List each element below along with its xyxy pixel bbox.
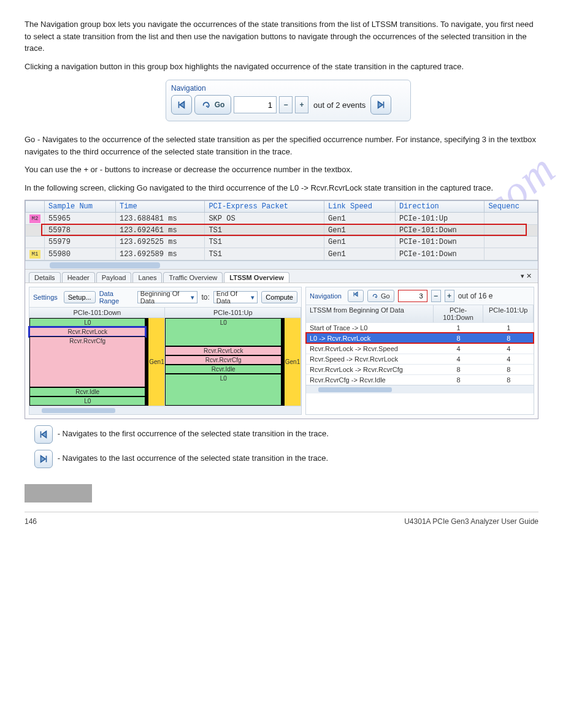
col-direction[interactable]: Direction (395, 201, 484, 213)
plus-minus-description: You can use the + or - buttons to increa… (25, 164, 538, 176)
first-button-text: - Navigates to the first occurrence of t… (58, 429, 329, 438)
cell: 4 (483, 344, 534, 354)
tab-header[interactable]: Header (62, 272, 95, 282)
cell: PCIe-101:Down (395, 225, 484, 237)
transition-row-selected[interactable]: L0 -> Rcvr.RcvrLock 8 8 (306, 333, 534, 343)
cell: 123.688481 ms (115, 213, 204, 225)
nav-decrement-button[interactable]: − (431, 290, 441, 302)
nav-go-button[interactable]: Go (367, 290, 394, 302)
to-label: to: (201, 293, 209, 301)
cell: SKP OS (205, 213, 324, 225)
cell: 8 (434, 375, 484, 385)
transitions-header: LTSSM from Beginning Of Data PCIe-101:Do… (306, 305, 534, 322)
transition-row[interactable]: Start of Trace -> L0 1 1 (306, 322, 534, 333)
nav-label: Navigation (310, 292, 342, 300)
last-event-button[interactable] (370, 95, 391, 115)
pane-close-icon[interactable]: ▾ ✕ (521, 272, 532, 282)
cell: Rcvr.RcvrLock -> Rcvr.RcvrCfg (306, 365, 434, 374)
transition-row[interactable]: Rcvr.RcvrCfg -> Rcvr.Idle 8 8 (306, 374, 534, 385)
ltssm-right-panel: Navigation Go − + out of 16 e (305, 287, 534, 415)
skip-last-icon (375, 99, 386, 110)
tab-traffic-overview[interactable]: Traffic Overview (163, 272, 223, 282)
table-row[interactable]: M1 55980 123.692589 ms TS1 Gen1 PCIe-101… (26, 248, 538, 260)
col-speed[interactable]: Link Speed (324, 201, 396, 213)
state-box[interactable]: L0 (29, 396, 145, 406)
state-box[interactable]: L0 (165, 318, 281, 346)
col-time[interactable]: Time (115, 201, 204, 213)
col-header-up: PCIe-101:Up (165, 308, 300, 318)
first-event-button[interactable] (171, 95, 192, 115)
go-arrow-icon (201, 99, 212, 110)
state-box[interactable]: Rcvr.RcvrCfg (29, 336, 145, 387)
right-hscroll[interactable] (306, 385, 534, 393)
example-intro: In the following screen, clicking Go nav… (25, 182, 538, 194)
cell: PCIe-101:Down (395, 248, 484, 260)
cell: 1 (434, 323, 484, 333)
go-arrow-icon (372, 292, 379, 300)
compute-button[interactable]: Compute (261, 291, 297, 303)
from-dropdown[interactable]: Beginning Of Data▾ (137, 291, 198, 303)
cell: 123.692589 ms (115, 248, 204, 260)
trans-col-up[interactable]: PCIe-101:Up (483, 305, 534, 322)
cell: 55965 (45, 213, 116, 225)
col-sample[interactable]: Sample Num (45, 201, 116, 213)
event-number-input[interactable] (234, 96, 277, 113)
left-hscroll[interactable] (29, 406, 301, 414)
state-box[interactable]: Rcvr.Idle (165, 365, 281, 374)
ltssm-left-panel: Settings Setup... Data Range Beginning O… (29, 287, 302, 415)
skip-first-icon (176, 99, 187, 110)
footer-title: U4301A PCIe Gen3 Analyzer User Guide (404, 517, 538, 526)
nav-increment-button[interactable]: + (445, 290, 454, 302)
cell: Rcvr.RcvrCfg -> Rcvr.Idle (306, 375, 434, 385)
tab-payload[interactable]: Payload (96, 272, 132, 282)
from-value: Beginning Of Data (140, 290, 189, 305)
transition-row[interactable]: Rcvr.RcvrLock -> Rcvr.Speed 4 4 (306, 343, 534, 354)
chevron-down-icon: ▾ (251, 294, 255, 301)
to-value: End Of Data (216, 290, 249, 305)
table-row[interactable]: M2 55965 123.688481 ms SKP OS Gen1 PCIe-… (26, 213, 538, 225)
tab-details[interactable]: Details (29, 272, 61, 282)
gen-rail: Gen1 (283, 318, 301, 406)
trans-col-name[interactable]: LTSSM from Beginning Of Data (306, 305, 434, 322)
go-button[interactable]: Go (194, 95, 231, 115)
cell: TS1 (205, 248, 324, 260)
transition-row[interactable]: Rcvr.Speed -> Rcvr.RcvrLock 4 4 (306, 354, 534, 364)
trace-hscroll[interactable] (25, 260, 538, 269)
first-button-description: - Navigates to the first occurrence of t… (32, 425, 538, 444)
col-header-down: PCIe-101:Down (29, 308, 164, 318)
col-packet[interactable]: PCI-Express Packet (205, 201, 324, 213)
state-box[interactable]: L0 (165, 374, 281, 406)
setup-button[interactable]: Setup... (64, 291, 96, 303)
tab-lanes[interactable]: Lanes (132, 272, 162, 282)
page-footer: 146 U4301A PCIe Gen3 Analyzer User Guide (25, 517, 538, 526)
chevron-down-icon: ▾ (191, 294, 194, 301)
increment-button[interactable]: + (295, 96, 308, 113)
last-button-text: - Navigates to the last occurrence of th… (58, 453, 329, 463)
state-box[interactable]: L0 (29, 318, 145, 327)
state-box[interactable]: Rcvr.RcvrLock (165, 346, 281, 355)
table-row[interactable]: 55978 123.692461 ms TS1 Gen1 PCIe-101:Do… (26, 225, 538, 237)
col-sequence[interactable]: Sequenc (484, 201, 538, 213)
decrement-button[interactable]: − (279, 96, 293, 113)
tab-ltssm-overview[interactable]: LTSSM Overview (224, 272, 289, 282)
cell: TS1 (205, 225, 324, 237)
nav-first-button[interactable] (348, 290, 364, 302)
marker-m1[interactable]: M1 (29, 250, 40, 259)
state-box-selected[interactable]: Rcvr.RcvrLock (29, 327, 145, 336)
trace-figure: Sample Num Time PCI-Express Packet Link … (25, 200, 538, 419)
data-range-label: Data Range (99, 290, 131, 305)
trans-col-down[interactable]: PCIe-101:Down (434, 305, 484, 322)
cell: Gen1 (324, 225, 396, 237)
table-row[interactable]: 55979 123.692525 ms TS1 Gen1 PCIe-101:Do… (26, 237, 538, 248)
nav-out-of-text: out of 16 e (458, 292, 493, 300)
state-box[interactable]: Rcvr.Idle (29, 387, 145, 396)
nav-number-input[interactable] (398, 290, 427, 302)
cell: 8 (434, 365, 484, 374)
state-box[interactable]: Rcvr.RcvrCfg (165, 355, 281, 365)
transition-row[interactable]: Rcvr.RcvrLock -> Rcvr.RcvrCfg 8 8 (306, 364, 534, 374)
marker-column (26, 201, 45, 213)
cell: Gen1 (324, 213, 396, 225)
marker-m2[interactable]: M2 (29, 214, 40, 223)
to-dropdown[interactable]: End Of Data▾ (213, 291, 258, 303)
cell: 55978 (45, 225, 116, 237)
